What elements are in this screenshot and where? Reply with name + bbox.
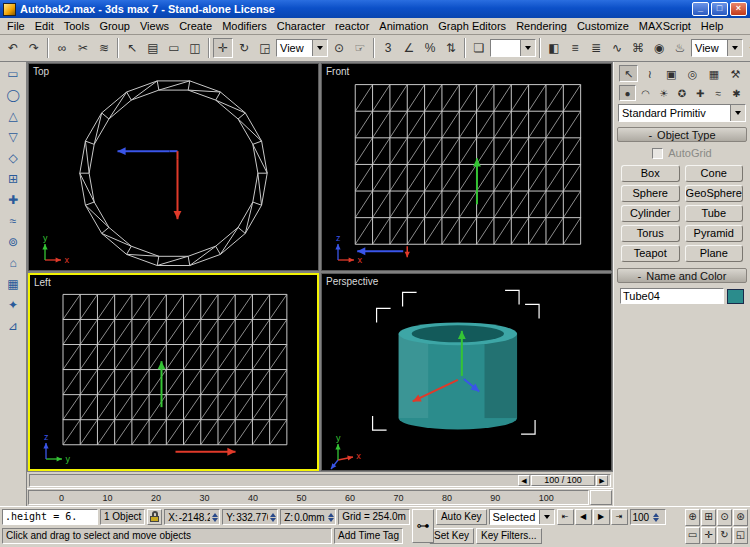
window-crossing-icon[interactable]: ◫ (185, 38, 205, 58)
x-coordinate-field[interactable]: X:-2148.2 (164, 509, 220, 525)
unlink-selection-icon[interactable]: ✂ (73, 38, 93, 58)
select-and-link-icon[interactable]: ∞ (52, 38, 72, 58)
hierarchy-tab[interactable]: ▣ (662, 65, 681, 82)
geosphere-button[interactable]: GeoSphere (685, 185, 744, 202)
reactor-rope-collection-icon[interactable]: ▽ (3, 128, 24, 147)
reference-coordinate-select[interactable]: View (276, 39, 328, 57)
percent-snap-icon[interactable]: % (420, 38, 440, 58)
name-and-color-rollout[interactable]: - Name and Color (617, 268, 747, 283)
viewport-left-label[interactable]: Left (34, 277, 51, 288)
z-coordinate-field[interactable]: Z:0.0mm (280, 509, 336, 525)
material-editor-icon[interactable]: ◉ (649, 38, 669, 58)
viewport-front-canvas[interactable]: xz (322, 64, 611, 270)
pyramid-button[interactable]: Pyramid (685, 225, 744, 242)
menu-item[interactable]: Character (272, 19, 330, 33)
close-button[interactable]: × (730, 2, 747, 16)
reactor-spring-icon[interactable]: ✚ (3, 191, 24, 210)
spinner-arrows-icon[interactable] (650, 513, 662, 522)
spinner-arrows-icon[interactable] (327, 513, 334, 522)
menu-item[interactable]: File (2, 19, 30, 33)
quick-render-icon[interactable]: ✸ (744, 38, 750, 58)
helpers-category[interactable]: ✚ (692, 85, 709, 101)
object-type-rollout[interactable]: - Object Type (617, 127, 747, 142)
curve-editor-icon[interactable]: ∿ (607, 38, 627, 58)
angle-snap-icon[interactable]: ∠ (399, 38, 419, 58)
add-time-tag[interactable]: Add Time Tag (334, 528, 403, 544)
key-filters-button[interactable]: Key Filters... (476, 528, 542, 544)
bind-to-space-warp-icon[interactable]: ≋ (94, 38, 114, 58)
spinner-snap-icon[interactable]: ⇅ (441, 38, 461, 58)
current-frame-field[interactable]: 100 (630, 509, 666, 525)
dropdown-arrow-icon[interactable] (730, 105, 745, 121)
select-and-manipulate-icon[interactable]: ☞ (350, 38, 370, 58)
menu-item[interactable]: Group (94, 19, 135, 33)
mirror-icon[interactable]: ◧ (544, 38, 564, 58)
maximize-button[interactable]: □ (711, 2, 728, 16)
menu-item[interactable]: Views (135, 19, 174, 33)
systems-category[interactable]: ✱ (728, 85, 745, 101)
zoom-all-icon[interactable]: ⊞ (701, 509, 716, 526)
key-mode-select[interactable]: Selected (489, 509, 555, 525)
go-to-end-button[interactable]: ⇥ (611, 509, 628, 525)
cylinder-button[interactable]: Cylinder (621, 205, 680, 222)
cone-button[interactable]: Cone (685, 165, 744, 182)
object-color-swatch[interactable] (727, 289, 744, 304)
menu-item[interactable]: MAXScript (634, 19, 696, 33)
autogrid-checkbox[interactable] (652, 148, 663, 159)
y-coordinate-field[interactable]: Y:332.776 (222, 509, 278, 525)
selection-lock-toggle[interactable] (147, 509, 162, 525)
dropdown-arrow-icon[interactable] (520, 40, 535, 56)
set-key-button[interactable]: Set Key (429, 528, 474, 544)
menu-item[interactable]: Tools (59, 19, 95, 33)
rectangular-selection-region-icon[interactable]: ▭ (164, 38, 184, 58)
reactor-cloth-collection-icon[interactable]: ◯ (3, 86, 24, 105)
utilities-tab[interactable]: ⚒ (726, 65, 745, 82)
track-bar[interactable]: 0102030405060708090100 (27, 488, 613, 506)
select-and-rotate-icon[interactable]: ↻ (234, 38, 254, 58)
menu-item[interactable]: Graph Editors (433, 19, 511, 33)
zoom-extents-all-icon[interactable]: ⊛ (733, 509, 748, 526)
snap-toggle-3d-icon[interactable]: 3 (378, 38, 398, 58)
display-tab[interactable]: ▦ (705, 65, 724, 82)
align-icon[interactable]: ≡ (565, 38, 585, 58)
time-slider-next-button[interactable]: ▶ (596, 475, 608, 486)
time-slider-track[interactable]: ◀ 100 / 100 ▶ (29, 474, 611, 487)
viewport-top-canvas[interactable]: xy (29, 64, 318, 270)
viewport-perspective-canvas[interactable]: xyz (322, 274, 611, 470)
reactor-water-icon[interactable]: ✦ (3, 296, 24, 315)
geometry-category[interactable]: ● (619, 85, 636, 101)
min-max-toggle-icon[interactable]: ◱ (733, 527, 748, 544)
auto-key-button[interactable]: Auto Key (436, 509, 487, 525)
viewport-front[interactable]: Front xz (321, 63, 612, 271)
reactor-toy-car-icon[interactable]: ⌂ (3, 254, 24, 273)
plane-button[interactable]: Plane (685, 245, 744, 262)
viewport-top-label[interactable]: Top (33, 66, 49, 77)
go-to-start-button[interactable]: ⇤ (557, 509, 574, 525)
menu-item[interactable]: Edit (30, 19, 59, 33)
sphere-button[interactable]: Sphere (621, 185, 680, 202)
render-type-select[interactable]: View (691, 39, 743, 57)
reactor-preview-icon[interactable]: ⊿ (3, 317, 24, 336)
titlebar[interactable]: Autobak2.max - 3ds max 7 - Stand-alone L… (0, 0, 750, 18)
field-of-view-icon[interactable]: ▭ (685, 527, 700, 544)
primitive-type-select[interactable]: Standard Primitiv (618, 104, 746, 122)
render-scene-icon[interactable]: ♨ (670, 38, 690, 58)
menu-item[interactable]: Customize (572, 19, 634, 33)
tube-button[interactable]: Tube (685, 205, 744, 222)
viewport-perspective[interactable]: Perspective xyz (321, 273, 612, 471)
reactor-deforming-mesh-icon[interactable]: ◇ (3, 149, 24, 168)
zoom-icon[interactable]: ⊕ (685, 509, 700, 526)
object-name-input[interactable] (620, 288, 724, 304)
redo-icon[interactable]: ↷ (24, 38, 44, 58)
select-object-icon[interactable]: ↖ (122, 38, 142, 58)
select-and-move-icon[interactable]: ✛ (213, 38, 233, 58)
arc-rotate-icon[interactable]: ↻ (717, 527, 732, 544)
menu-item[interactable]: Animation (374, 19, 433, 33)
viewport-left-canvas[interactable]: yz (30, 275, 317, 469)
cameras-category[interactable]: ✪ (673, 85, 690, 101)
viewport-left[interactable]: Left yz (28, 273, 319, 471)
reactor-fracture-icon[interactable]: ▦ (3, 275, 24, 294)
teapot-button[interactable]: Teapot (621, 245, 680, 262)
create-tab[interactable]: ↖ (619, 65, 638, 82)
use-pivot-point-center-icon[interactable]: ⊙ (329, 38, 349, 58)
